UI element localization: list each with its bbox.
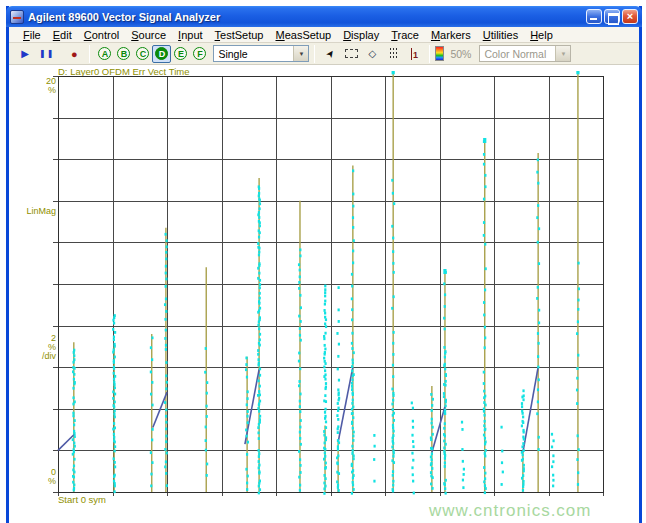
record-button[interactable]: ● <box>64 45 84 63</box>
trace-letter-icon: A <box>98 47 111 60</box>
trace-letter-icon: F <box>193 47 206 60</box>
trace-letter-icon: B <box>117 47 130 60</box>
pointer-icon: ➤ <box>323 47 337 60</box>
record-icon: ● <box>71 48 78 60</box>
x-axis-start-label: Start 0 sym <box>58 494 106 505</box>
maximize-button[interactable] <box>604 9 620 24</box>
menu-item-trace[interactable]: Trace <box>385 28 425 42</box>
window-title: Agilent 89600 Vector Signal Analyzer <box>28 11 586 23</box>
trace-button-f[interactable]: F <box>190 45 209 63</box>
chevron-down-icon[interactable]: ▼ <box>293 46 308 61</box>
trace-button-b[interactable]: B <box>114 45 133 63</box>
toolbar-separator <box>314 45 315 63</box>
menu-item-help[interactable]: Help <box>524 28 559 42</box>
color-mode-value: Color Normal <box>480 48 555 60</box>
chevron-down-icon: ▼ <box>555 46 570 61</box>
trace-button-d[interactable]: D <box>152 45 171 63</box>
menu-item-file[interactable]: File <box>17 28 47 42</box>
menu-item-utilities[interactable]: Utilities <box>477 28 524 42</box>
menu-item-edit[interactable]: Edit <box>47 28 78 42</box>
y-axis-max-label: 20% <box>16 77 56 95</box>
menu-item-control[interactable]: Control <box>78 28 125 42</box>
sweep-mode-combobox[interactable]: Single ▼ <box>213 45 309 62</box>
menu-item-source[interactable]: Source <box>125 28 172 42</box>
plot-area[interactable] <box>53 71 604 497</box>
trace-button-e[interactable]: E <box>171 45 190 63</box>
zoom-select-tool-button[interactable] <box>341 45 361 63</box>
play-icon: ▶ <box>21 48 29 59</box>
pause-icon: ❚❚ <box>39 49 54 58</box>
trace-letter-icon: C <box>136 47 149 60</box>
close-button[interactable]: × <box>622 9 638 24</box>
menu-item-meassetup[interactable]: MeasSetup <box>269 28 337 42</box>
minimize-button[interactable] <box>586 9 602 24</box>
watermark: www.cntronics.com <box>429 501 591 521</box>
menu-item-testsetup[interactable]: TestSetup <box>209 28 270 42</box>
y-axis-min-label: 0% <box>16 468 56 486</box>
y-axis-format-label: LinMag <box>16 207 56 216</box>
trace-button-c[interactable]: C <box>133 45 152 63</box>
marker-tool-button[interactable]: ◇ <box>362 45 382 63</box>
band-select-tool-button[interactable] <box>383 45 403 63</box>
band-marker-tool-button[interactable]: 1 <box>404 45 424 63</box>
menu-item-input[interactable]: Input <box>172 28 208 42</box>
y-axis-per-div-label: 2%/div <box>16 334 56 361</box>
trace-button-a[interactable]: A <box>95 45 114 63</box>
pause-button[interactable]: ❚❚ <box>36 45 57 63</box>
app-icon <box>10 10 24 24</box>
app-window: Agilent 89600 Vector Signal Analyzer × F… <box>6 6 642 523</box>
trace-select-group: ABCDEF <box>95 45 209 63</box>
trace-letter-icon: D <box>155 47 168 60</box>
zoom-level-label: 50% <box>450 48 471 60</box>
menu-item-display[interactable]: Display <box>337 28 385 42</box>
color-mode-combobox[interactable]: Color Normal ▼ <box>479 45 571 62</box>
band-marker-icon: 1 <box>411 48 418 60</box>
toolbar: ▶ ❚❚ ● ABCDEF Single ▼ ➤ ◇ 1 50% Color N… <box>9 43 639 65</box>
toolbar-separator <box>89 45 90 63</box>
toolbar-separator <box>429 45 430 63</box>
sweep-mode-value: Single <box>214 48 293 60</box>
menu-bar: FileEditControlSourceInputTestSetupMeasS… <box>9 27 639 43</box>
trace-display-area: D: Layer0 OFDM Err Vect Time 20% LinMag … <box>9 65 639 523</box>
title-bar[interactable]: Agilent 89600 Vector Signal Analyzer × <box>6 6 642 27</box>
colorbar-icon <box>435 46 444 61</box>
diamond-icon: ◇ <box>369 48 377 59</box>
pointer-tool-button[interactable]: ➤ <box>320 45 340 63</box>
marquee-icon <box>345 49 358 58</box>
menu-item-markers[interactable]: Markers <box>425 28 477 42</box>
band-bars-icon <box>390 48 397 60</box>
trace-letter-icon: E <box>174 47 187 60</box>
play-button[interactable]: ▶ <box>15 45 35 63</box>
